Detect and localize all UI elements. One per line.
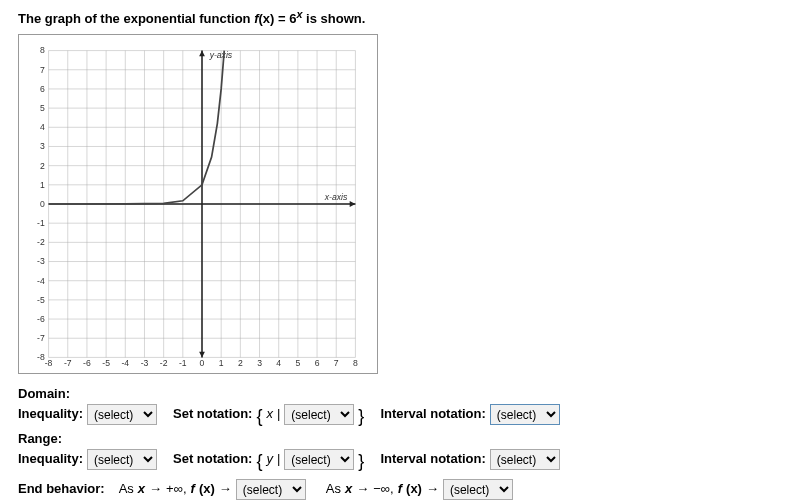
svg-text:-4: -4 (37, 276, 45, 286)
svg-text:2: 2 (238, 358, 243, 367)
end-arrow-2: → (356, 478, 369, 500)
svg-text:-2: -2 (37, 238, 45, 248)
set-var-x: x (266, 403, 273, 425)
domain-inequality-select[interactable]: (select) (87, 404, 157, 425)
end-neginf: −∞, (373, 478, 393, 500)
svg-text:4: 4 (40, 122, 45, 132)
svg-text:8: 8 (353, 358, 358, 367)
svg-text:5: 5 (295, 358, 300, 367)
set-bar-y: | (277, 448, 280, 470)
end-f-2: f (398, 478, 402, 500)
svg-text:-3: -3 (141, 358, 149, 367)
end-as-2: As (326, 478, 341, 500)
svg-text:-4: -4 (121, 358, 129, 367)
end-arrow-1: → (149, 478, 162, 500)
end-fx-2: (x) (406, 478, 422, 500)
x-axis-arrow (350, 201, 356, 207)
domain-interval-label: Interval notation: (380, 403, 485, 425)
range-inequality-label: Inequality: (18, 448, 83, 470)
set-var-y: y (266, 448, 273, 470)
range-title: Range: (18, 431, 782, 446)
svg-text:7: 7 (334, 358, 339, 367)
end-fx-1: (x) (199, 478, 215, 500)
range-interval-select[interactable]: (select) (490, 449, 560, 470)
svg-text:4: 4 (276, 358, 281, 367)
svg-text:5: 5 (40, 103, 45, 113)
range-setnotation-label: Set notation: (173, 448, 252, 470)
x-axis-label: x-axis (324, 192, 348, 202)
svg-text:-8: -8 (45, 358, 53, 367)
x-tick-labels: -8-7-6-5-4-3-2-1012345678 (45, 358, 358, 367)
domain-setnotation-select[interactable]: (select) (284, 404, 354, 425)
range-row: Inequality: (select) Set notation: {y| (… (18, 448, 782, 470)
y-tick-labels: -8-7-6-5-4-3-2-1012345678 (37, 46, 45, 363)
domain-row: Inequality: (select) Set notation: {x| (… (18, 403, 782, 425)
svg-text:3: 3 (257, 358, 262, 367)
svg-text:-1: -1 (179, 358, 187, 367)
svg-text:0: 0 (200, 358, 205, 367)
prompt-fargs: (x) = 6 (259, 11, 297, 26)
end-posinf: +∞, (166, 478, 186, 500)
svg-text:6: 6 (40, 84, 45, 94)
svg-text:-7: -7 (64, 358, 72, 367)
svg-text:-3: -3 (37, 257, 45, 267)
end-f-1: f (191, 478, 195, 500)
svg-text:-8: -8 (37, 353, 45, 363)
end-arrow-2b: → (426, 478, 439, 500)
range-setnotation-select[interactable]: (select) (284, 449, 354, 470)
svg-text:8: 8 (40, 46, 45, 56)
end-arrow-1b: → (219, 478, 232, 500)
y-axis-arrow-up (199, 51, 205, 57)
problem-prompt: The graph of the exponential function f(… (18, 8, 782, 26)
endbehavior-row: End behavior: As x → +∞, f(x) → (select)… (18, 478, 782, 500)
svg-text:-1: -1 (37, 218, 45, 228)
svg-text:-2: -2 (160, 358, 168, 367)
svg-text:2: 2 (40, 161, 45, 171)
y-axis-arrow-down (199, 352, 205, 358)
prompt-text-1: The graph of the exponential function (18, 11, 254, 26)
svg-text:0: 0 (40, 199, 45, 209)
endbehavior-neginf-select[interactable]: (select) (443, 479, 513, 500)
prompt-text-2: is shown. (302, 11, 365, 26)
svg-text:-5: -5 (102, 358, 110, 367)
endbehavior-posinf-select[interactable]: (select) (236, 479, 306, 500)
domain-interval-select[interactable]: (select) (490, 404, 560, 425)
svg-text:-5: -5 (37, 295, 45, 305)
range-inequality-select[interactable]: (select) (87, 449, 157, 470)
svg-text:1: 1 (40, 180, 45, 190)
range-interval-label: Interval notation: (380, 448, 485, 470)
domain-title: Domain: (18, 386, 782, 401)
end-xvar-2: x (345, 478, 352, 500)
svg-text:1: 1 (219, 358, 224, 367)
end-xvar-1: x (138, 478, 145, 500)
domain-setnotation-label: Set notation: (173, 403, 252, 425)
svg-text:-6: -6 (37, 314, 45, 324)
graph-container: y-axis x-axis -8-7-6-5-4-3-2-1012345678 … (18, 34, 378, 374)
svg-text:7: 7 (40, 65, 45, 75)
svg-text:6: 6 (315, 358, 320, 367)
endbehavior-label: End behavior: (18, 478, 105, 500)
graph-svg: y-axis x-axis -8-7-6-5-4-3-2-1012345678 … (37, 41, 367, 367)
y-axis-label: y-axis (209, 51, 233, 61)
set-bar-x: | (277, 403, 280, 425)
end-as-1: As (119, 478, 134, 500)
domain-inequality-label: Inequality: (18, 403, 83, 425)
svg-text:-7: -7 (37, 333, 45, 343)
svg-text:-6: -6 (83, 358, 91, 367)
svg-text:3: 3 (40, 142, 45, 152)
